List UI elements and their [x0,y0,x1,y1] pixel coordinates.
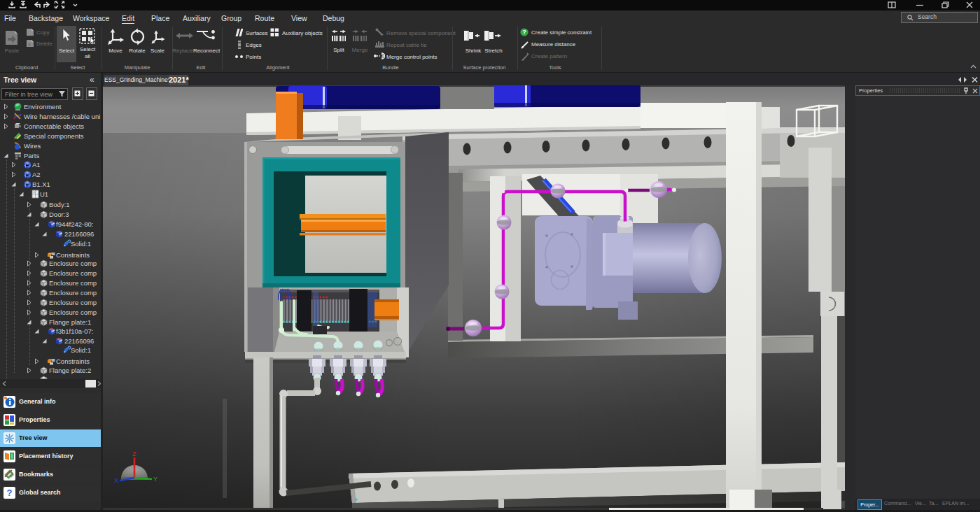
svg-text:?: ? [7,488,13,498]
svg-text:Z: Z [132,450,136,457]
svg-text:?: ? [522,29,526,36]
svg-text:Y: Y [153,476,158,483]
svg-text:x: x [28,41,31,48]
svg-text:X: X [114,477,118,484]
